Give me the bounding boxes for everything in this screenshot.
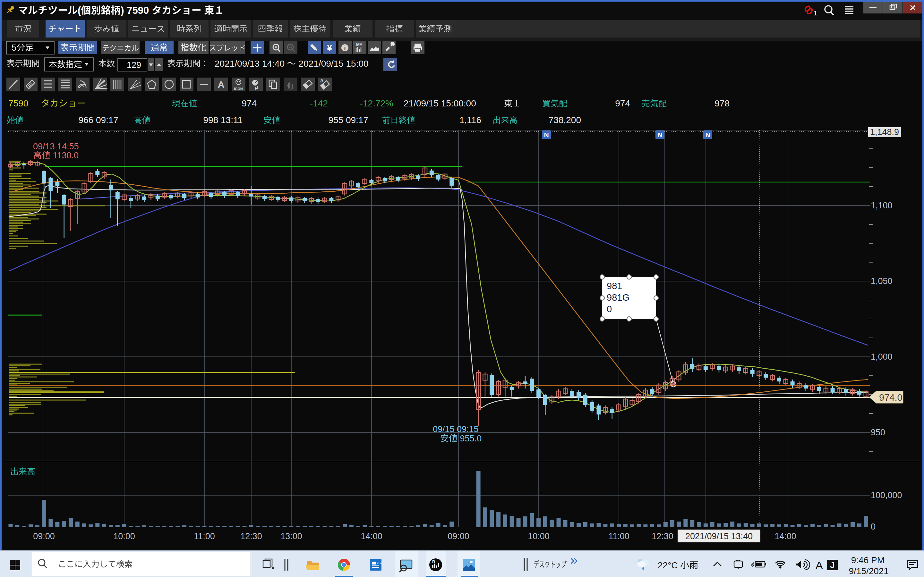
svg-text:998 13:11: 998 13:11 [204, 115, 243, 125]
svg-text:10:00: 10:00 [528, 532, 549, 541]
svg-text:2021/09/15 13:40: 2021/09/15 13:40 [685, 532, 753, 541]
svg-text:955.0: 955.0 [457, 434, 481, 443]
svg-text:0: 0 [871, 522, 876, 532]
svg-text:11:00: 11:00 [608, 532, 630, 541]
svg-text:9:46 PM: 9:46 PM [851, 555, 885, 565]
svg-text:100,000: 100,000 [871, 490, 902, 500]
svg-text:1: 1 [814, 10, 817, 17]
svg-text:ICON: ICON [234, 87, 243, 91]
svg-text:11:00: 11:00 [194, 532, 215, 541]
svg-text:09:00: 09:00 [33, 532, 55, 541]
svg-text:A: A [816, 559, 823, 571]
svg-text:9/15/2021: 9/15/2021 [849, 566, 889, 576]
svg-text:12:00: 12:00 [376, 562, 383, 565]
svg-text:981G: 981G [607, 292, 630, 303]
svg-text:14:00: 14:00 [360, 532, 383, 541]
svg-text:955 09:17: 955 09:17 [328, 115, 368, 125]
svg-text:738,200: 738,200 [549, 115, 581, 125]
svg-text:R: R [432, 559, 435, 564]
svg-text:2021/09/13 14:40: 2021/09/13 14:40 [215, 59, 287, 69]
svg-text:MY: MY [356, 42, 363, 47]
svg-text:1,116: 1,116 [459, 115, 481, 125]
svg-text:i: i [344, 45, 346, 52]
svg-text:974: 974 [615, 98, 630, 108]
svg-text:) 7590: ) 7590 [121, 5, 152, 16]
svg-text:09:00: 09:00 [447, 532, 469, 541]
svg-text:1,000: 1,000 [871, 352, 893, 362]
svg-text:981: 981 [607, 281, 622, 291]
svg-text:129: 129 [127, 60, 141, 70]
svg-text:974.0: 974.0 [879, 392, 903, 403]
svg-text:10:00: 10:00 [113, 532, 135, 541]
svg-text:12:30: 12:30 [240, 532, 262, 541]
svg-text:J: J [830, 560, 835, 570]
svg-text:09/15 09:15: 09/15 09:15 [433, 424, 479, 434]
svg-text:-12.72%: -12.72% [360, 98, 393, 108]
svg-text:A: A [218, 79, 225, 90]
svg-text:22°C: 22°C [658, 560, 680, 570]
svg-text:12:30: 12:30 [652, 532, 674, 541]
svg-text:0: 0 [607, 304, 612, 314]
svg-text:2021/09/15 15:00: 2021/09/15 15:00 [296, 59, 368, 69]
svg-text:950: 950 [871, 428, 885, 437]
svg-text:7590: 7590 [8, 98, 28, 108]
svg-text:978: 978 [714, 98, 730, 108]
svg-text:13:00: 13:00 [280, 532, 302, 541]
svg-text:974: 974 [242, 98, 257, 108]
svg-text:-142: -142 [310, 98, 328, 108]
svg-text:N: N [705, 131, 710, 139]
svg-text:14:00: 14:00 [774, 532, 796, 541]
svg-text:N: N [544, 131, 549, 139]
svg-text:21/09/15 15:00:00: 21/09/15 15:00:00 [404, 98, 476, 108]
svg-text:1,100: 1,100 [871, 201, 893, 210]
svg-text:1,148.9: 1,148.9 [870, 127, 899, 137]
svg-text:¥: ¥ [327, 43, 332, 53]
svg-text:1,050: 1,050 [871, 276, 893, 286]
svg-text:966 09:17: 966 09:17 [78, 115, 118, 125]
svg-text:5: 5 [11, 43, 16, 53]
svg-text:(: ( [78, 5, 81, 16]
svg-text:09/13 14:55: 09/13 14:55 [33, 142, 79, 151]
svg-text:N: N [657, 131, 662, 139]
svg-text:A: A [320, 78, 323, 83]
svg-text:1130.0: 1130.0 [50, 151, 79, 160]
